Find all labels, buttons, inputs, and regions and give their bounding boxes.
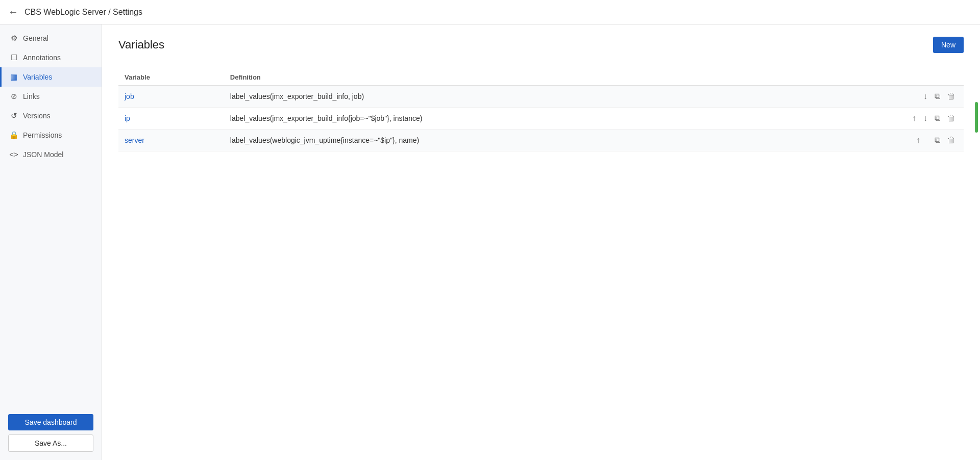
sidebar-item-variables[interactable]: ▦ Variables [0, 67, 102, 87]
table-row: job label_values(jmx_exporter_build_info… [118, 86, 964, 108]
var-name-cell: job [118, 86, 224, 108]
actions-cell: ↓ ⧉ 🗑 [796, 86, 964, 108]
back-icon: ← [8, 6, 18, 18]
move-up-button[interactable]: ↑ [914, 135, 922, 146]
general-icon: ⚙ [10, 34, 18, 43]
var-name-link-ip[interactable]: ip [125, 114, 130, 122]
new-variable-button[interactable]: New [933, 37, 964, 53]
sidebar-item-label-permissions: Permissions [23, 131, 62, 139]
sidebar-footer: Save dashboard Save As... [0, 406, 102, 460]
col-definition: Definition [224, 69, 797, 86]
col-actions [796, 69, 964, 86]
sidebar-item-links[interactable]: ⊘ Links [0, 87, 102, 106]
sidebar-item-label-variables: Variables [23, 73, 52, 81]
col-variable: Variable [118, 69, 224, 86]
main-content: Variables New Variable Definition job la… [102, 24, 980, 460]
move-down-button[interactable]: ↓ [921, 113, 929, 124]
var-name-cell: ip [118, 108, 224, 130]
var-name-link-job[interactable]: job [125, 92, 134, 100]
save-dashboard-button[interactable]: Save dashboard [8, 414, 93, 430]
sidebar-item-label-json-model: JSON Model [23, 150, 63, 159]
sidebar-item-general[interactable]: ⚙ General [0, 29, 102, 48]
top-bar: ← CBS WebLogic Server / Settings [0, 0, 980, 24]
duplicate-button[interactable]: ⧉ [933, 113, 942, 124]
main-title: Variables [118, 38, 164, 52]
sidebar-item-label-general: General [23, 34, 48, 42]
table-header-row: Variable Definition [118, 69, 964, 86]
sidebar-item-versions[interactable]: ↺ Versions [0, 106, 102, 125]
sidebar-item-label-versions: Versions [23, 112, 51, 120]
sidebar-item-annotations[interactable]: ☐ Annotations [0, 48, 102, 67]
sidebar-item-label-annotations: Annotations [23, 54, 61, 62]
layout: ⚙ General ☐ Annotations ▦ Variables ⊘ Li… [0, 24, 980, 460]
main-header: Variables New [118, 37, 964, 53]
var-name-cell: server [118, 130, 224, 151]
table-row: server label_values(weblogic_jvm_uptime{… [118, 130, 964, 151]
sidebar-item-label-links: Links [23, 92, 40, 100]
save-as-button[interactable]: Save As... [8, 435, 93, 452]
variables-icon: ▦ [10, 72, 18, 82]
sidebar-item-permissions[interactable]: 🔒 Permissions [0, 125, 102, 145]
variables-table-container: Variable Definition job label_values(jmx… [118, 69, 964, 151]
versions-icon: ↺ [10, 111, 18, 120]
actions-cell: ↑ ↓ ⧉ 🗑 [796, 108, 964, 130]
move-down-button[interactable]: ↓ [921, 91, 929, 102]
actions-cell: ↑ ⧉ 🗑 [796, 130, 964, 151]
row-actions: ↑ ⧉ 🗑 [802, 135, 958, 146]
page-title: CBS WebLogic Server / Settings [24, 8, 142, 17]
var-def-cell: label_values(jmx_exporter_build_info, jo… [224, 86, 797, 108]
scrollbar-indicator [975, 102, 978, 133]
var-def-cell: label_values(jmx_exporter_build_info{job… [224, 108, 797, 130]
duplicate-button[interactable]: ⧉ [933, 91, 942, 102]
permissions-icon: 🔒 [10, 131, 18, 140]
links-icon: ⊘ [10, 92, 18, 101]
back-button[interactable]: ← [8, 6, 18, 18]
delete-button[interactable]: 🗑 [945, 113, 958, 124]
var-name-link-server[interactable]: server [125, 136, 144, 144]
sidebar: ⚙ General ☐ Annotations ▦ Variables ⊘ Li… [0, 24, 102, 460]
annotations-icon: ☐ [10, 53, 18, 62]
row-actions: ↑ ↓ ⧉ 🗑 [802, 113, 958, 124]
variables-table: Variable Definition job label_values(jmx… [118, 69, 964, 151]
var-def-cell: label_values(weblogic_jvm_uptime{instanc… [224, 130, 797, 151]
move-up-button[interactable]: ↑ [910, 113, 918, 124]
json-model-icon: <> [10, 150, 18, 159]
delete-button[interactable]: 🗑 [945, 135, 958, 146]
move-up-button-disabled [914, 95, 918, 97]
row-actions: ↓ ⧉ 🗑 [802, 91, 958, 102]
move-down-button-disabled [925, 139, 929, 141]
sidebar-item-json-model[interactable]: <> JSON Model [0, 145, 102, 164]
duplicate-button[interactable]: ⧉ [933, 135, 942, 146]
table-row: ip label_values(jmx_exporter_build_info{… [118, 108, 964, 130]
delete-button[interactable]: 🗑 [945, 91, 958, 102]
